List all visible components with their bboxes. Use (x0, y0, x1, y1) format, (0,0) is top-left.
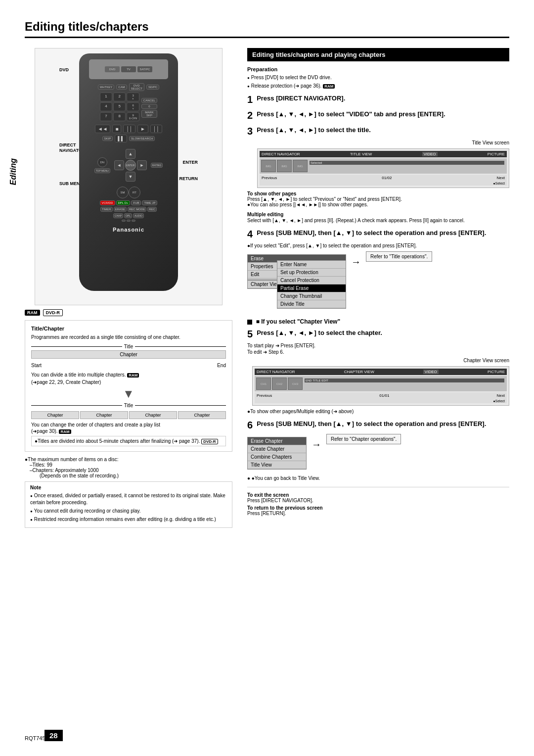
step5-text: Press [▲, ▼, ◄, ►] to select the chapter… (257, 329, 382, 336)
remote-body: DVD TV SAT/PC WHTKEY CAM DVDSELECT (79, 53, 178, 291)
step4-block: 4 Press [SUB MENU], then [▲, ▼] to selec… (247, 229, 509, 312)
enter-btn[interactable]: ENTER (125, 160, 136, 171)
to-show-pages: To show other pages Press [▲, ▼, ◄, ►] t… (247, 191, 509, 207)
chap-nav: Previous 01/01 Next (255, 392, 507, 399)
submenu-enter-name: Enter Name (277, 261, 346, 269)
step5-block: 5 Press [▲, ▼, ◄, ►] to select the chapt… (247, 329, 509, 414)
step3-text: Press [▲, ▼, ◄, ►] to select the title. (257, 126, 371, 134)
arrow-down: ▼ (31, 387, 226, 401)
return-btn[interactable]: RT (129, 187, 140, 198)
arrow-right-step4: → (351, 256, 361, 268)
separator (247, 487, 509, 487)
enter-label: ENTER (182, 160, 198, 165)
prep-list: Press [DVD] to select the DVD drive. Rel… (247, 74, 509, 90)
preparation-section: Preparation Press [DVD] to select the DV… (247, 66, 509, 90)
dvdr-badge: DVD-R (43, 309, 63, 316)
step5-content: 5 Press [▲, ▼, ◄, ►] to select the chapt… (247, 329, 509, 339)
start-end-row: Start End (31, 363, 226, 368)
transport-row: ◄◄ ■ ││ ► ││ (95, 125, 163, 133)
editing-label: Editing (9, 158, 18, 185)
to-show-bullet: ●You can also press [|◄◄, ►►|] to show o… (247, 202, 509, 207)
right-column: Editing titles/chapters and playing chap… (247, 48, 509, 528)
brand-buttons: WHTKEY CAM DVDSELECT SD/PC (98, 83, 160, 91)
note-item-2: You cannot edit during recording or chas… (30, 508, 227, 515)
step2-text: Press [▲, ▼, ◄, ►] to select "VIDEO" tab… (257, 110, 445, 118)
top-menu-btn[interactable]: TOP MENU (94, 168, 110, 173)
title-view-mockup: DIRECT NAVIGATOR TITLE VIEW VIDEO PICTUR… (257, 148, 509, 188)
dpad-up[interactable]: ▲ (126, 149, 135, 159)
return-title: To return to the previous screen (247, 505, 509, 511)
start-label: Start (31, 363, 42, 368)
badge-row: RAM DVD-R (25, 309, 232, 316)
dvd-label: DVD (59, 67, 69, 72)
step4-content: 4 Press [SUB MENU], then [▲, ▼] to selec… (247, 229, 509, 239)
ram-badge2: RAM (59, 429, 71, 434)
title-text: Title (124, 344, 134, 349)
direct-nav-btn[interactable]: DN (97, 157, 107, 167)
step3-number: 3 (247, 126, 253, 136)
step6-menu-box: Erase Chapter Create Chapter Combine Cha… (247, 437, 307, 470)
dpad-left[interactable]: ◄ (114, 160, 124, 170)
step3-block: 3 Press [▲, ▼, ◄, ►] to select the title… (247, 126, 509, 223)
chap-screen-header: DIRECT NAVIGATOR CHAPTER VIEW VIDEO PICT… (255, 369, 507, 375)
screen-nav: Previous 01/02 Next (260, 175, 507, 181)
multiple-editing-title: Multiple editing (247, 212, 283, 217)
title-text2: Title (124, 403, 134, 408)
note-title: Note (30, 485, 227, 490)
ram-inline-badge: RAM (127, 373, 139, 378)
step4-number: 4 (247, 229, 253, 239)
max-items: ●The maximum number of items on a disc: … (25, 457, 232, 478)
step4-submenu: Enter Name Set up Protection Cancel Prot… (277, 260, 346, 309)
return-text: Press [RETURN]. (247, 511, 509, 516)
step6-note: ● ●You can go back to Title View. (247, 475, 509, 481)
title-bar-single: Title Chapter (31, 344, 226, 361)
title-chapter-diagram: Title/Chapter Programmes are recorded as… (25, 320, 232, 452)
step2-number: 2 (247, 110, 253, 120)
remote-screen: DVD TV SAT/PC (89, 59, 168, 79)
step6-text: Press [SUB MENU], then [▲, ▼] to select … (257, 420, 486, 427)
diagram-desc: Programmes are recorded as a single titl… (31, 334, 226, 340)
step5-note: ●To show other pages/Multiple editing (➜… (247, 409, 509, 414)
step6-number: 6 (247, 420, 253, 430)
chapter-bar-4: Chapter (178, 411, 226, 419)
submenu-cancel-protection: Cancel Protection (277, 277, 346, 284)
menu-erase-chapter: Erase Chapter (248, 437, 306, 445)
note-item-3: Restricted recording information remains… (30, 516, 227, 523)
step1-text: Press [DIRECT NAVIGATOR]. (257, 94, 345, 102)
prep-title: Preparation (247, 66, 509, 72)
step6-block: 6 Press [SUB MENU], then [▲, ▼] to selec… (247, 420, 509, 481)
chapter-bar-2: Chapter (80, 411, 128, 419)
chapter-bars-row: Chapter Chapter Chapter Chapter (31, 411, 226, 419)
page-title: Editing titles/chapters (25, 20, 509, 38)
square-bullet-icon (247, 320, 252, 325)
dpad-right[interactable]: ► (137, 160, 147, 170)
menu-title-view: Title View (248, 461, 306, 469)
divider-page: (➜page 22, 29, Create Chapter) (31, 379, 226, 385)
step6-menu-area: Erase Chapter Create Chapter Combine Cha… (247, 434, 509, 472)
page: Editing Editing titles/chapters DVD DIRE… (0, 0, 534, 756)
rating-btn[interactable]: RATING (151, 163, 163, 168)
submenu-divide-title: Divide Title (277, 300, 346, 308)
chapter-bar-1: Chapter (31, 411, 79, 419)
step2-content: 2 Press [▲, ▼, ◄, ►] to select "VIDEO" t… (247, 110, 509, 120)
order-text: You can change the order of chapters and… (31, 422, 226, 427)
chapter-view-mockup: DIRECT NAVIGATOR CHAPTER VIEW VIDEO PICT… (252, 366, 509, 406)
exit-section: To exit the screen Press [DIRECT NAVIGAT… (247, 492, 509, 516)
exit-title: To exit the screen (247, 492, 509, 498)
prep-item-2: Release protection (➜ page 36). RAM (247, 83, 509, 90)
refer-box-step6: Refer to "Chapter operations". (326, 434, 401, 444)
dpad-down[interactable]: ▼ (126, 172, 135, 182)
sub-menu-btn[interactable]: SM (117, 187, 129, 198)
step6-content: 6 Press [SUB MENU], then [▲, ▼] to selec… (247, 420, 509, 430)
step5-number: 5 (247, 329, 253, 339)
screen-header: DIRECT NAVIGATOR TITLE VIEW VIDEO PICTUR… (260, 151, 507, 157)
to-show-text: Press [▲, ▼, ◄, ►] to select "Previous" … (247, 196, 509, 202)
menu-combine-chapters: Combine Chapters (248, 453, 306, 461)
title-bar-multi: Title (31, 403, 226, 409)
note-box: Note Once erased, divided or partially e… (25, 481, 232, 528)
step4-text: Press [SUB MENU], then [▲, ▼] to select … (257, 229, 486, 236)
step1-block: 1 Press [DIRECT NAVIGATOR]. (247, 94, 509, 104)
multiple-editing-text: Select with [▲, ▼, ◄, ►] and press [II].… (247, 218, 509, 223)
dpad[interactable]: ▲ ▼ ◄ ► ENTER (113, 148, 148, 183)
multiple-editing: Multiple editing Select with [▲, ▼, ◄, ►… (247, 210, 509, 223)
